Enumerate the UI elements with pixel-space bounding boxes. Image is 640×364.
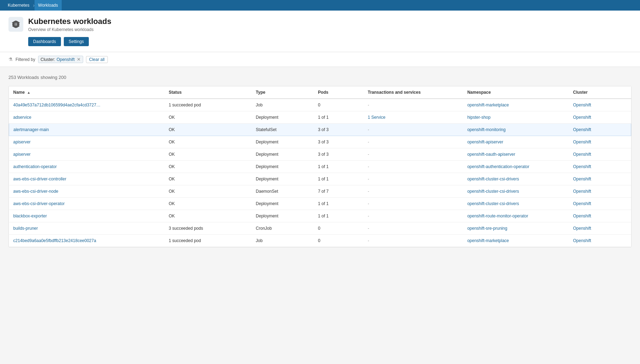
row-cluster[interactable]: Openshift [569, 235, 631, 247]
row-type: Job [252, 235, 314, 247]
workloads-table: Name ▲ Status Type Pods Transactions and… [9, 86, 631, 247]
row-type: CronJob [252, 222, 314, 235]
row-namespace[interactable]: openshift-authentication-operator [463, 161, 569, 173]
row-name[interactable]: c214bed9a6aa0e5fbdffb213e2418cee0027a [9, 235, 165, 247]
row-transactions: - [364, 136, 463, 148]
col-header-name[interactable]: Name ▲ [9, 86, 165, 99]
row-cluster[interactable]: Openshift [569, 222, 631, 235]
transaction-dash: - [368, 238, 369, 243]
row-namespace[interactable]: hipster-shop [463, 111, 569, 124]
row-namespace[interactable]: openshift-cluster-csi-drivers [463, 173, 569, 185]
row-transactions: - [364, 235, 463, 247]
nav-item-workloads[interactable]: Workloads [35, 0, 61, 11]
row-cluster[interactable]: Openshift [569, 99, 631, 111]
table-body: 40a49e537a712db106599d4ae2cfa4cd3727… 1 … [9, 99, 631, 247]
col-header-pods: Pods [314, 86, 363, 99]
workloads-table-container: Name ▲ Status Type Pods Transactions and… [8, 86, 632, 247]
row-name[interactable]: adservice [9, 111, 165, 124]
row-cluster[interactable]: Openshift [569, 148, 631, 161]
row-namespace[interactable]: openshift-cluster-csi-drivers [463, 198, 569, 210]
row-status: OK [165, 161, 252, 173]
settings-button[interactable]: Settings [64, 37, 89, 46]
transaction-dash: - [368, 189, 369, 194]
transaction-dash: - [368, 164, 369, 169]
row-cluster[interactable]: Openshift [569, 173, 631, 185]
col-header-namespace: Namespace [463, 86, 569, 99]
row-type: Deployment [252, 136, 314, 148]
row-pods: 1 of 1 [314, 111, 363, 124]
row-cluster[interactable]: Openshift [569, 136, 631, 148]
row-status: OK [165, 173, 252, 185]
filter-label: Filtered by [16, 57, 35, 62]
row-name[interactable]: alertmanager-main [9, 124, 165, 136]
row-pods: 1 of 1 [314, 210, 363, 222]
content-area: 253 Workloads showing 200 Name ▲ Status … [0, 67, 640, 254]
table-row: aws-ebs-csi-driver-controller OK Deploym… [9, 173, 631, 185]
transaction-service-link[interactable]: 1 Service [368, 115, 386, 120]
table-row: adservice OK Deployment 1 of 1 1 Service… [9, 111, 631, 124]
row-namespace[interactable]: openshift-sre-pruning [463, 222, 569, 235]
workloads-count: 253 Workloads showing 200 [8, 74, 632, 80]
row-namespace[interactable]: openshift-apiserver [463, 136, 569, 148]
row-type: StatefulSet [252, 124, 314, 136]
row-status: OK [165, 111, 252, 124]
row-status: OK [165, 198, 252, 210]
row-name[interactable]: blackbox-exporter [9, 210, 165, 222]
dashboards-button[interactable]: Dashboards [28, 37, 61, 46]
row-namespace[interactable]: openshift-route-monitor-operator [463, 210, 569, 222]
row-namespace[interactable]: openshift-monitoring [463, 124, 569, 136]
row-cluster[interactable]: Openshift [569, 111, 631, 124]
clear-all-button[interactable]: Clear all [86, 56, 108, 63]
row-type: Deployment [252, 148, 314, 161]
row-cluster[interactable]: Openshift [569, 185, 631, 198]
row-type: Deployment [252, 210, 314, 222]
row-transactions: - [364, 148, 463, 161]
row-cluster[interactable]: Openshift [569, 161, 631, 173]
row-name[interactable]: apiserver [9, 148, 165, 161]
row-status: OK [165, 136, 252, 148]
row-status: 3 succeeded pods [165, 222, 252, 235]
row-pods: 3 of 3 [314, 148, 363, 161]
table-header: Name ▲ Status Type Pods Transactions and… [9, 86, 631, 99]
row-namespace[interactable]: openshift-cluster-csi-drivers [463, 185, 569, 198]
filter-bar: ⚗ Filtered by Cluster: Openshift ✕ Clear… [0, 52, 640, 67]
row-transactions: - [364, 161, 463, 173]
row-pods: 1 of 1 [314, 198, 363, 210]
page-title: Kubernetes workloads [28, 17, 111, 26]
row-status: 1 succeeded pod [165, 235, 252, 247]
row-name[interactable]: aws-ebs-csi-driver-node [9, 185, 165, 198]
row-transactions: - [364, 99, 463, 111]
row-name[interactable]: apiserver [9, 136, 165, 148]
nav-item-kubernetes[interactable]: Kubernetes [4, 0, 33, 11]
row-name[interactable]: aws-ebs-csi-driver-operator [9, 198, 165, 210]
filter-tag-close-button[interactable]: ✕ [77, 57, 81, 62]
transaction-dash: - [368, 103, 369, 107]
row-cluster[interactable]: Openshift [569, 124, 631, 136]
row-cluster[interactable]: Openshift [569, 210, 631, 222]
row-pods: 0 [314, 99, 363, 111]
sort-arrow-name: ▲ [27, 91, 31, 94]
col-header-status: Status [165, 86, 252, 99]
row-namespace[interactable]: openshift-oauth-apiserver [463, 148, 569, 161]
row-status: OK [165, 148, 252, 161]
row-namespace[interactable]: openshift-marketplace [463, 235, 569, 247]
col-header-type: Type [252, 86, 314, 99]
top-navigation: Kubernetes › Workloads [0, 0, 640, 11]
row-pods: 7 of 7 [314, 185, 363, 198]
table-row: apiserver OK Deployment 3 of 3 - openshi… [9, 148, 631, 161]
row-transactions: - [364, 173, 463, 185]
table-row: c214bed9a6aa0e5fbdffb213e2418cee0027a 1 … [9, 235, 631, 247]
row-namespace[interactable]: openshift-marketplace [463, 99, 569, 111]
transaction-dash: - [368, 140, 369, 144]
row-type: Deployment [252, 111, 314, 124]
row-name[interactable]: aws-ebs-csi-driver-controller [9, 173, 165, 185]
transaction-dash: - [368, 226, 369, 231]
filter-icon: ⚗ [8, 57, 13, 62]
row-name[interactable]: authentication-operator [9, 161, 165, 173]
row-type: Deployment [252, 198, 314, 210]
page-subtitle: Overview of Kubernetes workloads [28, 27, 111, 32]
row-cluster[interactable]: Openshift [569, 198, 631, 210]
row-name[interactable]: 40a49e537a712db106599d4ae2cfa4cd3727… [9, 99, 165, 111]
row-name[interactable]: builds-pruner [9, 222, 165, 235]
row-type: Deployment [252, 161, 314, 173]
